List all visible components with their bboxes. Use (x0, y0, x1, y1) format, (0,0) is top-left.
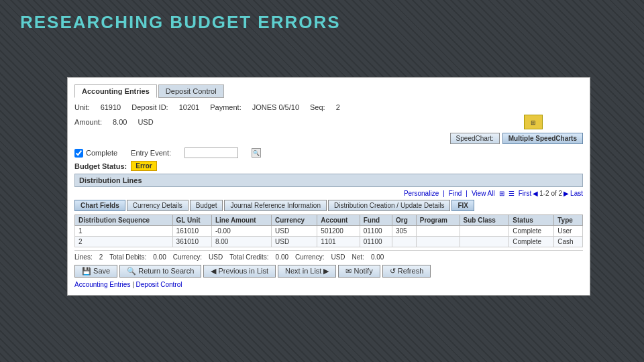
table-icon-1: ⊞ (499, 190, 504, 197)
breadcrumb-footer: Accounting Entries | Deposit Control (74, 281, 583, 288)
cell-type-1: User (554, 226, 583, 237)
col-header-gl-unit: GL Unit (172, 215, 211, 226)
cell-status-1: Complete (509, 226, 554, 237)
tab-deposit-control[interactable]: Deposit Control (158, 84, 224, 98)
personalize-bar: Personalize | Find | View All ⊞ ☰ First … (74, 190, 583, 197)
cell-sub-class-1 (460, 226, 509, 237)
deposit-id-label: Deposit ID: (131, 103, 168, 111)
cell-type-2: Cash (554, 237, 583, 247)
col-header-org: Org (392, 215, 416, 226)
cell-program-1 (416, 226, 460, 237)
prev-icon[interactable]: ◀ (533, 190, 538, 197)
col-header-currency: Currency (272, 215, 317, 226)
total-credits-value: 0.00 (276, 253, 288, 261)
net-label: Net: (352, 253, 364, 261)
multiple-speed-charts-button[interactable]: Multiple SpeedCharts (502, 133, 583, 144)
speed-chart-button[interactable]: SpeedChart: (450, 133, 500, 144)
calculator-icon[interactable]: ⊞ (524, 115, 543, 129)
complete-label: Complete (86, 149, 117, 157)
col-header-status: Status (509, 215, 554, 226)
payment-label: Payment: (210, 103, 241, 111)
budget-button[interactable]: Budget (190, 200, 223, 211)
distribution-table: Distribution Sequence GL Unit Line Amoun… (74, 215, 583, 247)
next-icon[interactable]: ▶ (564, 190, 569, 197)
next-in-list-button[interactable]: Next in List ▶ (278, 265, 336, 278)
net-value: 0.00 (371, 253, 384, 261)
previous-in-list-button[interactable]: ◀ Previous in List (203, 265, 276, 278)
currency-value: USD (138, 118, 153, 126)
breadcrumb-accounting-entries[interactable]: Accounting Entries (74, 281, 130, 288)
col-header-seq: Distribution Sequence (75, 215, 173, 226)
cell-org-1: 305 (392, 226, 416, 237)
col-header-type: Type (554, 215, 583, 226)
cell-fund-2: 01100 (360, 237, 392, 247)
amount-value: 8.00 (113, 118, 127, 126)
complete-checkbox[interactable] (74, 149, 83, 158)
budget-status-error-badge: Error (131, 161, 156, 171)
unit-value: 61910 (101, 103, 121, 111)
last-link[interactable]: Last (570, 190, 583, 197)
complete-checkbox-label: Complete (74, 149, 117, 158)
entry-event-input[interactable] (184, 147, 238, 158)
journal-reference-button[interactable]: Journal Reference Information (224, 200, 327, 211)
distribution-toolbar: Chart Fields Currency Details Budget Jou… (74, 200, 583, 211)
main-panel: Accounting Entries Deposit Control Unit:… (67, 77, 590, 296)
unit-label: Unit: (74, 103, 90, 111)
lines-label: Lines: (74, 253, 93, 261)
col-header-account: Account (317, 215, 360, 226)
cell-gl-unit-2: 361010 (172, 237, 211, 247)
chart-fields-button[interactable]: Chart Fields (74, 200, 125, 211)
payment-value: JONES 0/5/10 (252, 103, 299, 111)
currency-value-1: USD (209, 253, 223, 261)
notify-button[interactable]: ✉ Notify (338, 265, 380, 278)
seq-value: 2 (336, 103, 340, 111)
distribution-lines-header: Distribution Lines (74, 174, 583, 187)
cell-line-amount-1: -0.00 (211, 226, 271, 237)
tab-accounting-entries[interactable]: Accounting Entries (74, 84, 157, 98)
distribution-creation-button[interactable]: Distribution Creation / Update Details (328, 200, 451, 211)
col-header-fund: Fund (360, 215, 392, 226)
fix-button[interactable]: FIX (451, 200, 474, 211)
cell-program-2 (416, 237, 460, 247)
view-all-link[interactable]: View All (472, 190, 495, 197)
cell-seq-2: 2 (75, 237, 173, 247)
col-header-program: Program (416, 215, 460, 226)
personalize-link[interactable]: Personalize (404, 190, 439, 197)
total-debits-label: Total Debits: (109, 253, 146, 261)
cell-gl-unit-1: 161010 (172, 226, 211, 237)
deposit-id-value: 10201 (179, 103, 200, 111)
save-button[interactable]: 💾 Save (74, 265, 117, 278)
cell-line-amount-2: 8.00 (211, 237, 271, 247)
page-title: RESEARCHING BUDGET ERRORS (0, 0, 644, 40)
col-header-sub-class: Sub Class (460, 215, 509, 226)
page-info: 1-2 of 2 (539, 190, 562, 197)
currency-label-2: Currency: (295, 253, 324, 261)
total-debits-value: 0.00 (153, 253, 166, 261)
currency-details-button[interactable]: Currency Details (127, 200, 189, 211)
currency-label-1: Currency: (173, 253, 202, 261)
total-credits-label: Total Credits: (229, 253, 268, 261)
form-row-1: Unit: 61910 Deposit ID: 10201 Payment: J… (74, 103, 583, 111)
cell-seq-1: 1 (75, 226, 173, 237)
cell-org-2 (392, 237, 416, 247)
first-link[interactable]: First (519, 190, 531, 197)
table-row: 1 161010 -0.00 USD 501200 01100 305 Comp… (75, 226, 583, 237)
entry-event-lookup-icon[interactable]: 🔍 (252, 148, 261, 158)
totals-footer: Lines: 2 Total Debits: 0.00 Currency: US… (74, 250, 583, 261)
tabs-bar: Accounting Entries Deposit Control (74, 84, 583, 98)
currency-value-2: USD (331, 253, 345, 261)
cell-currency-1: USD (272, 226, 317, 237)
return-to-search-button[interactable]: 🔍 Return to Search (119, 265, 201, 278)
cell-account-1: 501200 (317, 226, 360, 237)
cell-account-2: 1101 (317, 237, 360, 247)
pagination-bar: First ◀ 1-2 of 2 ▶ Last (519, 190, 583, 197)
form-row-2: Amount: 8.00 USD ⊞ (74, 115, 583, 129)
seq-label: Seq: (310, 103, 325, 111)
budget-status-label: Budget Status: (74, 162, 127, 170)
table-row: 2 361010 8.00 USD 1101 01100 Complete Ca… (75, 237, 583, 247)
bottom-buttons: 💾 Save 🔍 Return to Search ◀ Previous in … (74, 265, 583, 278)
refresh-button[interactable]: ↺ Refresh (382, 265, 431, 278)
breadcrumb-deposit-control[interactable]: Deposit Control (136, 281, 182, 288)
amount-label: Amount: (74, 118, 102, 126)
find-link[interactable]: Find (449, 190, 462, 197)
